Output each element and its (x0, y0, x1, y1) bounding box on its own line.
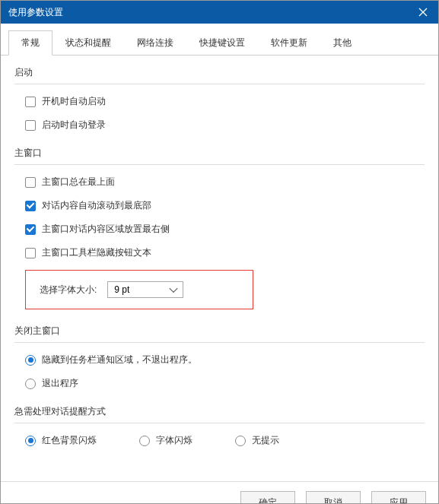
radio-row-exit[interactable]: 退出程序 (25, 377, 425, 390)
checkbox-hidetoolbartext-label: 主窗口工具栏隐藏按钮文本 (42, 246, 151, 259)
section-startup-title: 启动 (14, 66, 425, 84)
radio-row-fontblink[interactable]: 字体闪烁 (139, 434, 192, 447)
fontsize-select[interactable]: 9 pt (107, 281, 183, 298)
checkbox-autostart-label: 开机时自动启动 (42, 95, 106, 108)
checkbox-row-autostart[interactable]: 开机时自动启动 (25, 95, 425, 108)
close-button[interactable] (408, 1, 438, 24)
section-startup: 启动 开机时自动启动 启动时自动登录 (14, 66, 425, 132)
tab-general[interactable]: 常规 (8, 30, 52, 55)
footer: 确定 取消 应用 (1, 481, 438, 504)
radio-hidetotray-label: 隐藏到任务栏通知区域，不退出程序。 (42, 353, 197, 366)
checkbox-row-hidetoolbartext[interactable]: 主窗口工具栏隐藏按钮文本 (25, 246, 425, 259)
checkbox-alwaysontop-label: 主窗口总在最上面 (42, 176, 115, 189)
section-mainwindow-title: 主窗口 (14, 147, 425, 165)
apply-button[interactable]: 应用 (371, 491, 426, 504)
cancel-button[interactable]: 取消 (306, 491, 361, 504)
checkbox-autostart[interactable] (25, 97, 36, 107)
section-mainwindow: 主窗口 主窗口总在最上面 对话内容自动滚动到最底部 主窗口对话内容区域放置最右侧… (14, 147, 425, 309)
window-title: 使用参数设置 (8, 6, 63, 19)
radio-fontblink[interactable] (139, 436, 150, 446)
close-icon (418, 8, 428, 17)
radio-noprompt[interactable] (235, 436, 246, 446)
checkbox-row-alwaysontop[interactable]: 主窗口总在最上面 (25, 176, 425, 189)
checkbox-autoscroll-label: 对话内容自动滚动到最底部 (42, 199, 151, 212)
section-urgent: 急需处理对话提醒方式 红色背景闪烁 字体闪烁 无提示 (14, 405, 425, 447)
radio-exit[interactable] (25, 379, 36, 389)
tab-other[interactable]: 其他 (320, 30, 364, 55)
titlebar: 使用参数设置 (1, 1, 438, 24)
checkbox-alwaysontop[interactable] (25, 177, 36, 188)
tab-shortcuts[interactable]: 快捷键设置 (186, 30, 258, 55)
radio-row-noprompt[interactable]: 无提示 (235, 434, 279, 447)
checkbox-hidetoolbartext[interactable] (25, 248, 36, 258)
radio-hidetotray[interactable] (25, 355, 36, 366)
radio-row-hidetotray[interactable]: 隐藏到任务栏通知区域，不退出程序。 (25, 353, 425, 366)
section-urgent-title: 急需处理对话提醒方式 (14, 405, 425, 423)
radio-redblink-label: 红色背景闪烁 (42, 434, 97, 447)
ok-button[interactable]: 确定 (240, 491, 295, 504)
fontsize-value: 9 pt (114, 284, 129, 295)
checkbox-autologin[interactable] (25, 120, 36, 131)
checkbox-row-rightplacement[interactable]: 主窗口对话内容区域放置最右侧 (25, 223, 425, 236)
radio-noprompt-label: 无提示 (252, 434, 279, 447)
radio-redblink[interactable] (25, 436, 36, 446)
fontsize-label: 选择字体大小: (40, 284, 97, 296)
checkbox-rightplacement[interactable] (25, 224, 36, 235)
checkbox-autoscroll[interactable] (25, 201, 36, 211)
radio-fontblink-label: 字体闪烁 (156, 434, 192, 447)
checkbox-row-autologin[interactable]: 启动时自动登录 (25, 119, 425, 132)
section-closemain: 关闭主窗口 隐藏到任务栏通知区域，不退出程序。 退出程序 (14, 325, 425, 390)
content-area: 启动 开机时自动启动 启动时自动登录 主窗口 主窗口总在最上面 对话内容自动滚动… (1, 55, 438, 481)
checkbox-rightplacement-label: 主窗口对话内容区域放置最右侧 (42, 223, 170, 236)
tab-network[interactable]: 网络连接 (124, 30, 186, 55)
checkbox-row-autoscroll[interactable]: 对话内容自动滚动到最底部 (25, 199, 425, 212)
tab-updates[interactable]: 软件更新 (258, 30, 320, 55)
fontsize-highlight-box: 选择字体大小: 9 pt (25, 270, 253, 309)
checkbox-autologin-label: 启动时自动登录 (42, 119, 106, 132)
radio-row-redblink[interactable]: 红色背景闪烁 (25, 434, 97, 447)
section-closemain-title: 关闭主窗口 (14, 325, 425, 343)
tab-status[interactable]: 状态和提醒 (52, 30, 124, 55)
tab-bar: 常规 状态和提醒 网络连接 快捷键设置 软件更新 其他 (1, 24, 438, 55)
radio-exit-label: 退出程序 (42, 377, 78, 390)
urgent-radio-group: 红色背景闪烁 字体闪烁 无提示 (14, 434, 425, 447)
